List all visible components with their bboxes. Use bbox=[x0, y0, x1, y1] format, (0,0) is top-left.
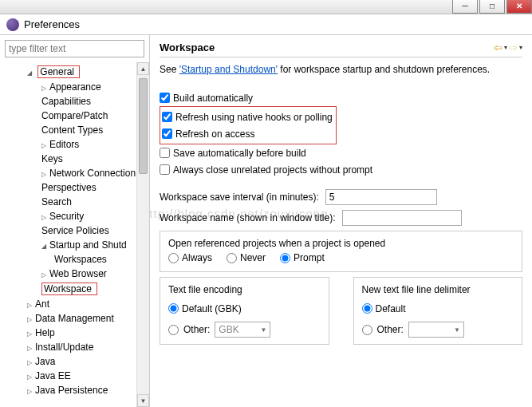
tree-item[interactable]: Keys bbox=[3, 152, 149, 166]
chevron-down-icon: ▼ bbox=[260, 326, 266, 334]
open-always-radio[interactable] bbox=[168, 253, 179, 263]
app-icon bbox=[6, 18, 19, 31]
delimiter-group: New text file line delimiter Default Oth… bbox=[353, 277, 523, 345]
tree-label: General bbox=[40, 66, 74, 77]
encoding-default-radio[interactable] bbox=[168, 303, 179, 314]
field-label: Workspace name (shown in window title): bbox=[160, 212, 336, 223]
twisty-icon[interactable]: ▷ bbox=[27, 316, 35, 323]
delimiter-default-row: Default bbox=[362, 300, 514, 317]
scroll-thumb[interactable] bbox=[139, 78, 148, 174]
twisty-icon[interactable]: ▷ bbox=[27, 345, 35, 352]
left-panel: ◢ General ▷AppearanceCapabilitiesCompare… bbox=[0, 35, 150, 407]
section-header: Workspace ⇦▾ ⇨▾ bbox=[160, 41, 522, 57]
tree-item[interactable]: ▷Help bbox=[3, 326, 149, 340]
combo-value: GBK bbox=[219, 324, 238, 335]
save-before-checkbox[interactable] bbox=[160, 148, 170, 158]
category-tree[interactable]: ◢ General ▷AppearanceCapabilitiesCompare… bbox=[0, 62, 149, 407]
build-auto-checkbox[interactable] bbox=[160, 93, 170, 103]
tree-item[interactable]: ▷Security bbox=[3, 209, 149, 223]
tree-item[interactable]: ▷Java Persistence bbox=[3, 383, 149, 397]
tree-item[interactable]: Search bbox=[3, 195, 149, 209]
radio-label: Never bbox=[240, 252, 266, 263]
back-menu-icon[interactable]: ▾ bbox=[504, 44, 507, 51]
checkbox-label: Save automatically before build bbox=[173, 148, 306, 159]
encoding-default-row: Default (GBK) bbox=[168, 300, 321, 317]
refresh-hooks-checkbox[interactable] bbox=[162, 112, 172, 122]
dialog-header: Preferences bbox=[0, 14, 532, 35]
twisty-icon[interactable]: ▷ bbox=[41, 271, 49, 279]
tree-label: Workspace bbox=[44, 283, 92, 294]
twisty-icon[interactable]: ▷ bbox=[27, 373, 35, 381]
close-unrelated-row: Always close unrelated projects without … bbox=[160, 161, 522, 178]
tree-item-webbrowser[interactable]: ▷Web Browser bbox=[3, 267, 149, 281]
twisty-icon[interactable]: ▷ bbox=[27, 388, 35, 395]
open-prompt-radio[interactable] bbox=[280, 253, 290, 263]
twisty-icon[interactable]: ▷ bbox=[27, 359, 35, 366]
twisty-icon[interactable]: ▷ bbox=[27, 330, 35, 338]
encoding-other-radio[interactable] bbox=[168, 325, 179, 335]
workspace-name-row: Workspace name (shown in window title): bbox=[160, 210, 522, 226]
minimize-button[interactable]: ─ bbox=[452, 0, 478, 14]
twisty-icon[interactable]: ▷ bbox=[27, 302, 35, 309]
checkbox-label: Refresh using native hooks or polling bbox=[175, 112, 333, 123]
tree-item-workspaces[interactable]: Workspaces bbox=[3, 252, 149, 267]
filter-input[interactable] bbox=[5, 40, 144, 57]
checkbox-label: Refresh on access bbox=[175, 128, 254, 140]
save-interval-input[interactable] bbox=[325, 189, 437, 205]
twisty-icon[interactable]: ▷ bbox=[41, 214, 49, 221]
workspace-name-input[interactable] bbox=[342, 210, 462, 226]
scroll-up-icon[interactable]: ▲ bbox=[137, 62, 149, 75]
encoding-group: Text file encoding Default (GBK) Other: … bbox=[160, 277, 329, 345]
open-never-radio[interactable] bbox=[227, 253, 237, 263]
tree-item[interactable]: Compare/Patch bbox=[3, 109, 149, 123]
scroll-down-icon[interactable]: ▼ bbox=[137, 394, 149, 407]
delimiter-combo[interactable]: ▼ bbox=[408, 322, 464, 338]
open-referenced-group: Open referenced projects when a project … bbox=[160, 231, 522, 272]
twisty-icon[interactable]: ▷ bbox=[41, 171, 49, 178]
forward-icon[interactable]: ⇨ bbox=[509, 41, 518, 53]
close-unrelated-checkbox[interactable] bbox=[160, 164, 170, 175]
twisty-icon[interactable]: ◢ bbox=[41, 243, 49, 250]
tree-item[interactable]: Content Types bbox=[3, 123, 149, 137]
twisty-icon[interactable]: ▷ bbox=[41, 142, 49, 149]
delimiter-other-radio[interactable] bbox=[362, 325, 372, 335]
tree-item[interactable]: Capabilities bbox=[3, 94, 149, 109]
tree-item[interactable]: ▷Install/Update bbox=[3, 340, 149, 354]
maximize-button[interactable]: □ bbox=[479, 0, 505, 14]
tree-item[interactable]: Service Policies bbox=[3, 223, 149, 238]
nav-arrows: ⇦▾ ⇨▾ bbox=[494, 41, 522, 53]
tree-item[interactable]: ▷Java EE bbox=[3, 369, 149, 383]
tree-item-workspace[interactable]: Workspace bbox=[3, 281, 149, 297]
field-label: Workspace save interval (in minutes): bbox=[160, 192, 319, 203]
tree-item[interactable]: ▷Java bbox=[3, 354, 149, 369]
twisty-icon[interactable]: ▷ bbox=[41, 85, 49, 92]
window-controls: ─ □ ✕ bbox=[452, 0, 532, 14]
tree-item[interactable]: ▷Data Management bbox=[3, 311, 149, 326]
open-prompt-row: Prompt bbox=[280, 252, 325, 263]
encoding-combo[interactable]: GBK▼ bbox=[215, 322, 270, 338]
refresh-access-checkbox[interactable] bbox=[162, 128, 172, 139]
checkbox-label: Build automatically bbox=[173, 93, 253, 104]
radio-label: Default (GBK) bbox=[182, 303, 242, 314]
back-icon[interactable]: ⇦ bbox=[494, 41, 502, 53]
tree-item-general[interactable]: ◢ General bbox=[3, 64, 149, 80]
forward-menu-icon[interactable]: ▾ bbox=[519, 44, 522, 51]
tree-item[interactable]: ▷Editors bbox=[3, 137, 149, 152]
page-title: Workspace bbox=[160, 41, 215, 53]
tree-item[interactable]: ▷Appearance bbox=[3, 80, 149, 94]
startup-shutdown-link[interactable]: 'Startup and Shutdown' bbox=[179, 64, 278, 75]
tree-item[interactable]: ▷Network Connection bbox=[3, 166, 149, 180]
chevron-down-icon: ▼ bbox=[454, 326, 460, 334]
delimiter-default-radio[interactable] bbox=[362, 303, 372, 314]
scrollbar[interactable]: ▲ ▼ bbox=[136, 62, 149, 407]
close-button[interactable]: ✕ bbox=[506, 0, 532, 14]
highlight-box: Refresh using native hooks or polling Re… bbox=[160, 106, 337, 144]
tree-item[interactable]: Perspectives bbox=[3, 180, 149, 195]
tree-item[interactable]: ◢Startup and Shutd bbox=[3, 238, 149, 252]
twisty-icon[interactable]: ◢ bbox=[27, 69, 35, 77]
group-label: Text file encoding bbox=[168, 284, 321, 295]
group-label: Open referenced projects when a project … bbox=[168, 238, 514, 249]
save-before-row: Save automatically before build bbox=[160, 144, 522, 161]
tree-item[interactable]: ▷Ant bbox=[3, 297, 149, 311]
highlight-box: Workspace bbox=[41, 283, 97, 295]
